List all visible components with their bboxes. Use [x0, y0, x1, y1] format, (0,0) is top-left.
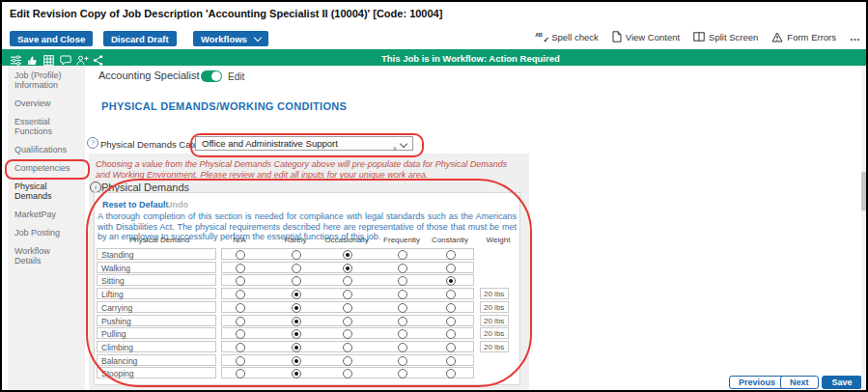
- demand-name-input[interactable]: Pushing: [97, 315, 216, 326]
- radio-standing-occasionally[interactable]: [343, 250, 352, 260]
- radio-walking-n-a[interactable]: [236, 264, 245, 273]
- radio-climbing-occasionally[interactable]: [343, 343, 352, 352]
- radio-walking-constantly[interactable]: [446, 264, 456, 273]
- help-question-icon[interactable]: ?: [87, 137, 98, 149]
- radio-stooping-occasionally[interactable]: [343, 369, 352, 378]
- radio-pulling-rarely[interactable]: [292, 329, 301, 339]
- radio-pushing-frequently[interactable]: [398, 317, 407, 326]
- radio-stooping-constantly[interactable]: [446, 369, 456, 378]
- radio-lifting-frequently[interactable]: [398, 290, 407, 299]
- radio-pushing-n-a[interactable]: [236, 317, 245, 326]
- sidebar-item-overview[interactable]: Overview: [8, 94, 85, 112]
- radio-stooping-rarely[interactable]: [292, 369, 301, 378]
- demand-row-stooping: Stooping: [95, 367, 521, 378]
- demand-name-input[interactable]: Stooping: [97, 367, 216, 378]
- add-person-icon[interactable]: [76, 52, 87, 63]
- undo-link[interactable]: Undo: [166, 200, 188, 210]
- radio-climbing-constantly[interactable]: [446, 343, 456, 352]
- weight-input[interactable]: 20 lbs: [480, 315, 509, 326]
- radio-sitting-frequently[interactable]: [398, 276, 407, 286]
- radio-pushing-rarely[interactable]: [292, 317, 301, 326]
- radio-balancing-n-a[interactable]: [236, 356, 245, 366]
- form-errors-button[interactable]: Form Errors: [771, 32, 836, 42]
- radio-pulling-occasionally[interactable]: [343, 329, 352, 339]
- demand-name-input[interactable]: Climbing: [97, 341, 216, 352]
- radio-climbing-n-a[interactable]: [236, 343, 245, 352]
- radio-sitting-n-a[interactable]: [236, 276, 245, 286]
- radio-standing-frequently[interactable]: [398, 250, 407, 260]
- sidebar-item-marketpay[interactable]: MarketPay: [8, 205, 85, 223]
- radio-lifting-n-a[interactable]: [236, 290, 245, 299]
- radio-standing-constantly[interactable]: [446, 250, 456, 260]
- radio-carrying-n-a[interactable]: [236, 303, 245, 313]
- save-button[interactable]: Save: [822, 376, 862, 389]
- view-content-button[interactable]: View Content: [612, 31, 680, 42]
- radio-balancing-constantly[interactable]: [446, 356, 456, 366]
- radio-lifting-rarely[interactable]: [292, 290, 301, 299]
- radio-carrying-rarely[interactable]: [292, 303, 301, 313]
- weight-input[interactable]: 20 lbs: [480, 341, 509, 352]
- radio-balancing-frequently[interactable]: [398, 356, 407, 366]
- radio-climbing-rarely[interactable]: [292, 343, 301, 352]
- sidebar-item-job-profile-information[interactable]: Job (Profile) Information: [8, 66, 85, 94]
- sidebar-item-qualifications[interactable]: Qualifications: [8, 140, 85, 158]
- demand-row-sitting: Sitting: [95, 274, 521, 286]
- sidebar-item-workflow-details[interactable]: Workflow Details: [8, 241, 85, 269]
- weight-input[interactable]: 20 lbs: [480, 327, 509, 339]
- radio-pulling-constantly[interactable]: [446, 329, 456, 339]
- radio-walking-occasionally[interactable]: [343, 264, 352, 273]
- radio-carrying-occasionally[interactable]: [343, 303, 352, 313]
- grid-icon[interactable]: [43, 52, 54, 63]
- radio-pulling-frequently[interactable]: [398, 329, 407, 339]
- radio-walking-frequently[interactable]: [398, 264, 407, 273]
- radio-balancing-occasionally[interactable]: [343, 356, 352, 366]
- radio-stooping-n-a[interactable]: [236, 369, 245, 378]
- radio-lifting-occasionally[interactable]: [343, 290, 352, 299]
- demand-name-input[interactable]: Walking: [97, 262, 216, 273]
- demand-name-input[interactable]: Carrying: [97, 301, 216, 313]
- demand-name-input[interactable]: Standing: [97, 248, 216, 260]
- edit-toggle[interactable]: [201, 70, 222, 82]
- radio-balancing-rarely[interactable]: [292, 356, 301, 366]
- previous-button[interactable]: Previous: [729, 376, 785, 389]
- demand-name-input[interactable]: Balancing: [97, 354, 216, 366]
- split-screen-button[interactable]: Split Screen: [693, 32, 758, 42]
- sidebar-item-essential-functions[interactable]: Essential Functions: [8, 112, 85, 140]
- spell-check-button[interactable]: ᴬᴮ✓ Spell check: [535, 32, 599, 42]
- scrollbar-thumb[interactable]: [861, 172, 866, 210]
- radio-walking-rarely[interactable]: [292, 264, 301, 273]
- radio-pushing-occasionally[interactable]: [343, 317, 352, 326]
- next-button[interactable]: Next: [780, 376, 819, 389]
- more-actions-button[interactable]: …: [850, 31, 860, 42]
- weight-input[interactable]: 20 lbs: [480, 288, 509, 299]
- reset-to-default-link[interactable]: Reset to Default: [102, 200, 169, 210]
- physical-demands-category-select[interactable]: Office and Administrative Support ×: [195, 136, 413, 151]
- weight-input[interactable]: 20 lbs: [480, 301, 509, 313]
- comment-icon[interactable]: [60, 52, 70, 63]
- radio-sitting-occasionally[interactable]: [343, 276, 352, 286]
- save-and-close-button[interactable]: Save and Close: [10, 31, 93, 46]
- discard-draft-button[interactable]: Discard Draft: [103, 31, 177, 46]
- radio-carrying-frequently[interactable]: [398, 303, 407, 313]
- radio-sitting-constantly[interactable]: [446, 276, 456, 286]
- demand-name-input[interactable]: Pulling: [97, 327, 216, 339]
- workflows-button[interactable]: Workflows: [193, 31, 268, 46]
- radio-climbing-frequently[interactable]: [398, 343, 407, 352]
- vertical-scrollbar[interactable]: [861, 66, 866, 392]
- radio-pushing-constantly[interactable]: [446, 317, 456, 326]
- radio-pulling-n-a[interactable]: [236, 329, 245, 339]
- demand-name-input[interactable]: Lifting: [97, 288, 216, 299]
- sidebar-item-competencies[interactable]: Competencies: [8, 158, 85, 177]
- sliders-icon[interactable]: [11, 52, 21, 63]
- thumbs-up-icon[interactable]: [27, 52, 38, 63]
- radio-carrying-constantly[interactable]: [446, 303, 456, 313]
- sidebar-item-job-posting[interactable]: Job Posting: [8, 223, 85, 241]
- radio-stooping-frequently[interactable]: [398, 369, 407, 378]
- sidebar-item-physical-demands[interactable]: Physical Demands: [8, 177, 85, 205]
- radio-lifting-constantly[interactable]: [446, 290, 456, 299]
- demand-name-input[interactable]: Sitting: [97, 274, 216, 286]
- share-icon[interactable]: [93, 52, 103, 63]
- radio-sitting-rarely[interactable]: [292, 276, 301, 286]
- radio-standing-rarely[interactable]: [292, 250, 301, 260]
- radio-standing-n-a[interactable]: [236, 250, 245, 260]
